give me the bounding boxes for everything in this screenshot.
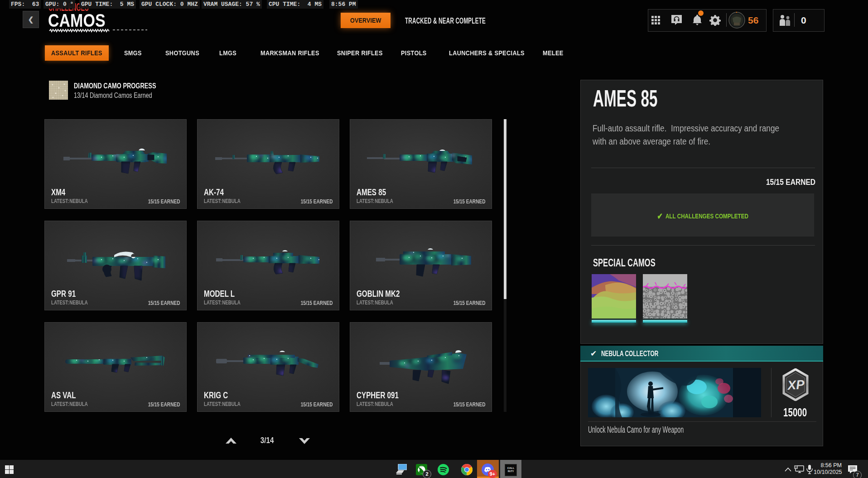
svg-text:XP: XP [786,377,805,393]
